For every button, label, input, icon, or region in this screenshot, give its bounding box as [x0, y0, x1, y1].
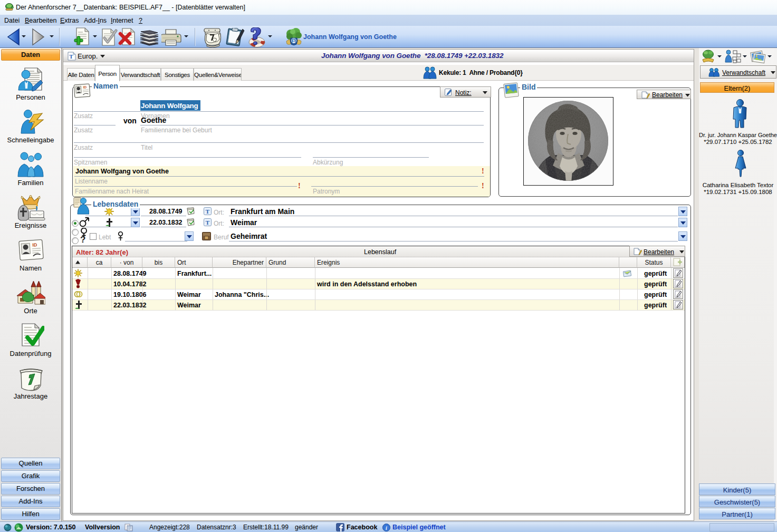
- svg-text:ID: ID: [83, 85, 87, 89]
- svg-text:T: T: [206, 208, 210, 215]
- svg-text:i: i: [386, 525, 387, 531]
- svg-text:T: T: [69, 53, 73, 60]
- svg-text:1: 1: [292, 38, 295, 44]
- svg-text:ID: ID: [32, 242, 37, 248]
- svg-text:T: T: [206, 219, 210, 226]
